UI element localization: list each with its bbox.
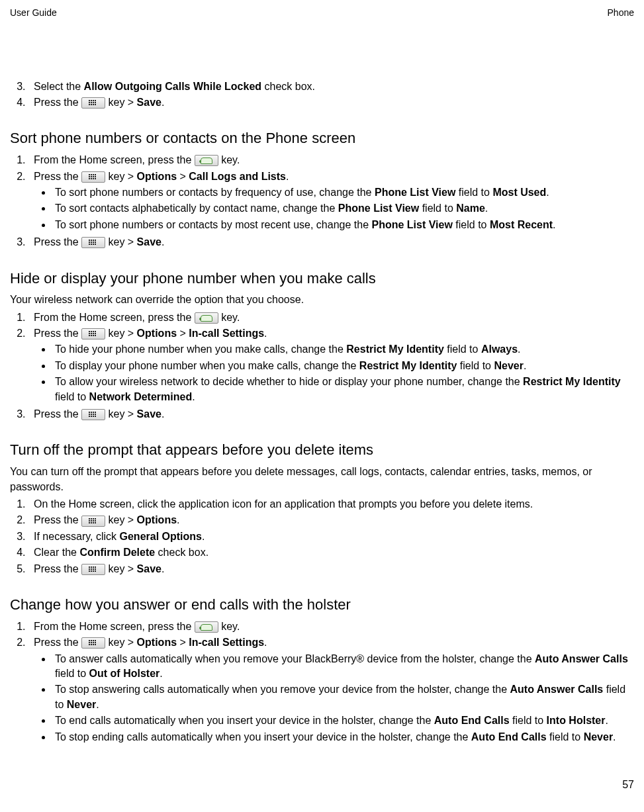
text: key > [105,236,137,248]
bold-text: Restrict My Identity [523,376,621,387]
ordered-list: From the Home screen, press the key. Pre… [10,310,634,422]
text: . [264,637,267,648]
list-item: Clear the Confirm Delete check box. [28,545,634,560]
list-item: To sort phone numbers or contacts by fre… [52,185,634,200]
menu-key-icon [81,516,105,527]
bold-text: Most Recent [490,219,553,230]
text: key > [105,408,137,420]
text: > [177,637,189,648]
list-item: From the Home screen, press the key. [28,153,634,167]
list-item: Press the key > Save. [28,95,634,110]
heading-delete-prompt: Turn off the prompt that appears before … [10,440,634,461]
text: field to [55,391,89,402]
text: Clear the [34,547,79,558]
menu-key-icon [81,409,105,420]
menu-key-icon [81,97,105,109]
text: . [202,531,205,542]
list-item: Press the key > Save. [28,407,634,422]
text: key > [105,171,137,182]
text: Press the [34,408,81,420]
list-item: To sort contacts alphabetically by conta… [52,201,634,216]
list-item: Press the key > Save. [28,235,634,249]
text: To sort phone numbers or contacts by fre… [55,187,375,198]
text: key > [105,637,137,648]
text: To hide your phone number when you make … [55,343,346,355]
bullet-list: To sort phone numbers or contacts by fre… [34,185,634,232]
list-item: To hide your phone number when you make … [52,342,634,357]
bold-text: Auto End Calls [471,731,547,743]
text: To sort phone numbers or contacts by mos… [55,219,371,230]
text: key > [105,97,137,108]
send-key-icon [195,155,218,166]
text: key. [218,154,240,165]
bold-text: Never [584,731,613,743]
text: key > [105,328,137,339]
text: Press the [34,97,81,108]
text: key. [218,621,240,632]
bold-text: Allow Outgoing Calls While Locked [84,81,261,92]
list-continuation: Select the Allow Outgoing Calls While Lo… [10,79,634,111]
text: Press the [34,171,81,182]
text: Press the [34,563,81,574]
text: . [524,360,526,371]
text: key. [218,312,240,323]
bold-text: Network Determined [89,391,193,402]
text: . [161,563,164,574]
list-item: On the Home screen, click the applicatio… [28,497,634,512]
list-item: From the Home screen, press the key. [28,619,634,634]
text: . [192,391,195,402]
text: . [546,187,549,198]
menu-key-icon [81,171,105,183]
list-item: From the Home screen, press the key. [28,310,634,325]
heading-hide-number: Hide or display your phone number when y… [10,269,634,289]
text: . [613,731,616,743]
header-right: Phone [608,7,634,20]
bold-text: Most Used [492,187,546,198]
text: . [605,715,608,726]
bold-text: Options [137,637,177,648]
text: Press the [34,328,81,339]
text: > [177,171,189,182]
heading-holster: Change how you answer or end calls with … [10,595,634,615]
text: . [96,699,99,710]
text: To end calls automatically when you inse… [55,715,434,726]
text: . [286,171,289,182]
text: . [485,203,488,214]
list-item: To sort phone numbers or contacts by mos… [52,218,634,232]
bold-text: Restrict My Identity [346,343,444,355]
intro-text: Your wireless network can override the o… [10,293,634,307]
bold-text: Phone List View [375,187,455,198]
bold-text: Auto Answer Calls [510,684,603,695]
text: check box. [155,547,208,558]
list-item: Press the key > Options. [28,513,634,527]
bold-text: Out of Holster [89,668,160,679]
text: From the Home screen, press the [34,312,195,323]
bold-text: Options [137,514,177,525]
send-key-icon [195,621,218,633]
text: Press the [34,514,81,525]
list-item: To display your phone number when you ma… [52,359,634,373]
menu-key-icon [81,328,105,339]
text: > [177,328,189,339]
text: Press the [34,236,81,248]
text: . [160,668,162,679]
bold-text: Never [67,699,96,710]
text: field to [547,731,584,743]
send-key-icon [195,312,218,324]
page-header: User Guide Phone [10,7,634,20]
text: . [553,219,555,230]
list-item: To stop answering calls automatically wh… [52,682,634,712]
bold-text: Save [137,408,161,420]
text: To allow your wireless network to decide… [55,376,523,387]
bold-text: In-call Settings [189,637,264,648]
menu-key-icon [81,237,105,248]
text: field to [457,360,494,371]
bold-text: Into Holster [547,715,606,726]
list-item: Press the key > Options > In-call Settin… [28,326,634,404]
text: To answer calls automatically when you r… [55,653,535,664]
bold-text: Phone List View [338,203,419,214]
text: . [161,408,164,420]
bold-text: Restrict My Identity [359,360,457,371]
ordered-list: On the Home screen, click the applicatio… [10,497,634,576]
bold-text: Options [137,171,177,182]
